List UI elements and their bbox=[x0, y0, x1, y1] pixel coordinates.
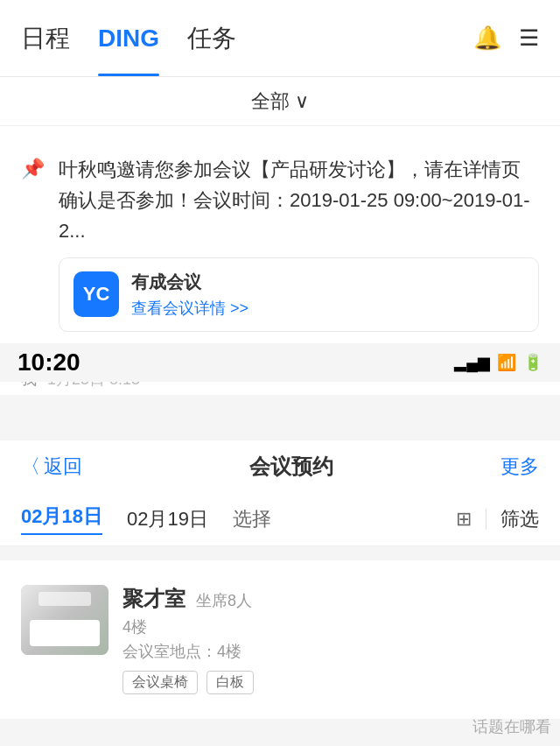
filter-icon[interactable]: 筛选 bbox=[500, 506, 539, 532]
menu-icon[interactable]: ☰ bbox=[519, 25, 539, 52]
conference-name: 有成会议 bbox=[131, 271, 524, 294]
chevron-down-icon: ∨ bbox=[295, 90, 309, 113]
battery-icon: 🔋 bbox=[523, 353, 542, 372]
conference-card[interactable]: YC 有成会议 查看会议详情 >> bbox=[59, 257, 539, 332]
room-tags: 会议桌椅 白板 bbox=[122, 671, 539, 694]
room-title-row: 聚才室 坐席8人 bbox=[122, 585, 539, 613]
filter-row: 全部 ∨ bbox=[0, 77, 560, 126]
message-item: 📌 叶秋鸣邀请您参加会议【产品研发讨论】，请在详情页确认是否参加！会议时间：20… bbox=[21, 144, 539, 342]
conference-link[interactable]: 查看会议详情 >> bbox=[131, 298, 524, 319]
grid-view-icon[interactable]: ⊞ bbox=[456, 508, 472, 531]
nav-tabs: 日程 DING 任务 bbox=[21, 0, 236, 76]
filter-button[interactable]: 全部 ∨ bbox=[251, 88, 309, 115]
top-navigation: 日程 DING 任务 🔔 ☰ bbox=[0, 0, 560, 77]
pin-icon: 📌 bbox=[21, 158, 45, 332]
message-text: 叶秋鸣邀请您参加会议【产品研发讨论】，请在详情页确认是否参加！会议时间：2019… bbox=[59, 154, 539, 247]
bell-icon[interactable]: 🔔 bbox=[473, 25, 501, 52]
room-tag-1: 白板 bbox=[206, 671, 254, 694]
wifi-icon: 📶 bbox=[497, 353, 516, 372]
nav-action-icons: 🔔 ☰ bbox=[473, 25, 539, 52]
room-list: 聚才室 坐席8人 4楼 会议室地点：4楼 会议桌椅 白板 bbox=[0, 560, 560, 719]
room-floor: 4楼 bbox=[122, 616, 539, 637]
message-content: 叶秋鸣邀请您参加会议【产品研发讨论】，请在详情页确认是否参加！会议时间：2019… bbox=[59, 154, 539, 332]
room-name: 聚才室 bbox=[122, 585, 186, 613]
separator bbox=[486, 509, 486, 530]
tab-schedule[interactable]: 日程 bbox=[21, 0, 70, 76]
message-area: 📌 叶秋鸣邀请您参加会议【产品研发讨论】，请在详情页确认是否参加！会议时间：20… bbox=[0, 126, 560, 360]
back-label: 返回 bbox=[44, 454, 82, 480]
status-time: 10:20 bbox=[18, 348, 80, 377]
status-icons: ▂▄▆ 📶 🔋 bbox=[454, 353, 542, 372]
room-card[interactable]: 聚才室 坐席8人 4楼 会议室地点：4楼 会议桌椅 白板 bbox=[21, 574, 539, 705]
room-details: 聚才室 坐席8人 4楼 会议室地点：4楼 会议桌椅 白板 bbox=[122, 585, 539, 694]
back-button[interactable]: 〈 返回 bbox=[21, 454, 82, 480]
watermark: 话题在哪看 bbox=[472, 716, 551, 737]
section-divider bbox=[0, 433, 560, 440]
date-row-right: ⊞ 筛选 bbox=[456, 506, 539, 532]
date-select[interactable]: 选择 bbox=[233, 506, 271, 532]
conference-logo: YC bbox=[74, 271, 119, 317]
back-chevron-icon: 〈 bbox=[21, 454, 40, 480]
conference-info: 有成会议 查看会议详情 >> bbox=[131, 271, 524, 319]
page-title: 会议预约 bbox=[249, 453, 333, 481]
status-bar: 10:20 ▂▄▆ 📶 🔋 bbox=[0, 343, 560, 382]
room-image-inner bbox=[21, 585, 108, 655]
room-section-divider bbox=[0, 546, 560, 553]
more-button[interactable]: 更多 bbox=[500, 454, 539, 480]
date-item-0[interactable]: 02月18日 bbox=[21, 503, 102, 535]
tab-ding[interactable]: DING bbox=[98, 0, 159, 76]
room-image bbox=[21, 585, 108, 655]
room-location: 会议室地点：4楼 bbox=[122, 641, 539, 662]
date-row: 02月18日 02月19日 选择 ⊞ 筛选 bbox=[0, 493, 560, 546]
booking-header: 〈 返回 会议预约 更多 bbox=[0, 440, 560, 493]
signal-icon: ▂▄▆ bbox=[454, 353, 490, 372]
room-seats: 坐席8人 bbox=[196, 590, 252, 611]
tab-tasks[interactable]: 任务 bbox=[187, 0, 236, 76]
room-tag-0: 会议桌椅 bbox=[122, 671, 198, 694]
date-item-1[interactable]: 02月19日 bbox=[127, 506, 208, 532]
filter-label: 全部 bbox=[251, 88, 290, 115]
